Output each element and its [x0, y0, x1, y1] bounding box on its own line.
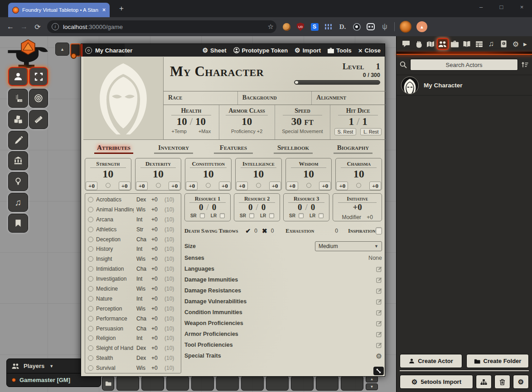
tab-scenes[interactable]: [425, 38, 436, 50]
tab-journal[interactable]: [461, 38, 473, 50]
folder-tree-button[interactable]: [476, 375, 492, 389]
ublock-extension-icon[interactable]: U0: [296, 22, 305, 31]
profile-avatar[interactable]: [400, 21, 411, 33]
edit-icon[interactable]: [376, 266, 382, 272]
alignment-field[interactable]: Alignment: [312, 91, 386, 105]
resource-max[interactable]: 0: [311, 202, 315, 212]
skill-row[interactable]: History Int +0 (10): [88, 244, 178, 254]
armor-class-stat[interactable]: Armor Class 10 Proficiency +2: [219, 105, 275, 139]
ability-score[interactable]: 10: [185, 168, 231, 180]
update-chrome-button[interactable]: ▲: [416, 21, 427, 32]
death-save-successes[interactable]: 0: [251, 228, 262, 234]
skill-proficiency-radio[interactable]: [88, 276, 93, 282]
skill-row[interactable]: Insight Wis +0 (10): [88, 254, 178, 264]
macro-slot[interactable]: [116, 376, 139, 391]
skill-proficiency-radio[interactable]: [88, 237, 93, 242]
speed-stat[interactable]: Speed 30 ft Special Movement: [275, 105, 331, 139]
edit-icon[interactable]: [376, 277, 382, 283]
edit-icon[interactable]: [376, 310, 382, 316]
cookie-extension-icon[interactable]: [282, 22, 291, 31]
initiative-block[interactable]: Initiative +0 Modifier+0: [333, 193, 382, 221]
macro-slot[interactable]: [166, 376, 189, 391]
measure-controls-button[interactable]: [8, 89, 28, 108]
skill-row[interactable]: Performance Cha +0 (10): [88, 314, 178, 324]
skill-name[interactable]: History: [96, 246, 134, 252]
notes-controls-button[interactable]: [8, 214, 28, 233]
skill-proficiency-radio[interactable]: [88, 256, 93, 262]
skill-name[interactable]: Animal Handling: [96, 206, 134, 213]
window-minimize-button[interactable]: –: [471, 0, 491, 15]
tab-compendium[interactable]: [498, 38, 509, 50]
resource-label[interactable]: Resource 2: [239, 196, 275, 203]
resource-block[interactable]: Resource 2 0/0 SR LR: [234, 193, 280, 221]
race-field[interactable]: Race: [164, 91, 238, 105]
edit-icon[interactable]: [376, 320, 382, 326]
window-resize-handle[interactable]: [373, 367, 384, 375]
skill-name[interactable]: Athletics: [96, 226, 134, 233]
ability-block[interactable]: Strength 10 +0 +0: [85, 158, 131, 191]
macro-slot[interactable]: [316, 376, 339, 391]
ability-save[interactable]: +0: [236, 182, 248, 190]
background-field[interactable]: Background: [238, 91, 312, 105]
skill-name[interactable]: Perception: [96, 306, 134, 312]
skill-proficiency-radio[interactable]: [88, 246, 93, 252]
sr-checkbox[interactable]: [299, 213, 304, 218]
senses-value[interactable]: None: [368, 255, 382, 261]
ability-block[interactable]: Charisma 10 +0 +0: [335, 158, 382, 191]
edit-icon[interactable]: [376, 342, 382, 348]
skill-name[interactable]: Survival: [96, 365, 134, 371]
save-proficiency-radio[interactable]: [256, 183, 261, 188]
macro-folder-button[interactable]: [102, 376, 114, 391]
actor-directory-item[interactable]: My Character: [397, 75, 532, 96]
skill-proficiency-radio[interactable]: [88, 316, 93, 321]
long-rest-button[interactable]: L. Rest: [360, 128, 382, 135]
edit-icon[interactable]: [376, 331, 382, 337]
failure-cross-icon[interactable]: ✖: [262, 227, 267, 234]
tab-spellbook[interactable]: Spellbook: [263, 143, 323, 154]
character-portrait[interactable]: [83, 57, 164, 140]
skill-proficiency-radio[interactable]: [88, 207, 93, 212]
skill-name[interactable]: Religion: [96, 335, 134, 341]
tools-button[interactable]: Tools: [328, 47, 352, 54]
save-proficiency-radio[interactable]: [306, 183, 311, 188]
resource-block[interactable]: Resource 3 0/0 SR LR: [283, 193, 329, 221]
short-rest-button[interactable]: S. Rest: [334, 128, 356, 135]
skill-row[interactable]: Animal Handling Wis +0 (10): [88, 205, 178, 215]
ability-save[interactable]: +0: [286, 182, 298, 190]
skill-name[interactable]: Deception: [96, 236, 134, 243]
ability-block[interactable]: Intelligence 10 +0 +0: [235, 158, 282, 191]
skill-row[interactable]: Investigation Int +0 (10): [88, 274, 178, 284]
skill-row[interactable]: Intimidation Cha +0 (10): [88, 264, 178, 274]
drawing-tools-button[interactable]: [8, 131, 28, 150]
tab-rollable-tables[interactable]: [473, 38, 485, 50]
skill-row[interactable]: Acrobatics Dex +0 (10): [88, 195, 178, 205]
lighting-controls-button[interactable]: [8, 172, 28, 191]
skill-row[interactable]: Persuasion Cha +0 (10): [88, 324, 178, 334]
ruler-tool-button[interactable]: [29, 110, 48, 129]
select-tool-button[interactable]: [29, 67, 48, 86]
ability-score[interactable]: 10: [85, 168, 131, 180]
ability-score[interactable]: 10: [135, 168, 181, 180]
lr-checkbox[interactable]: [269, 213, 274, 218]
skill-proficiency-radio[interactable]: [88, 326, 93, 331]
window-close-button[interactable]: ×: [512, 0, 532, 15]
macro-slot[interactable]: [241, 376, 264, 391]
ability-save[interactable]: +0: [336, 182, 348, 190]
sidebar-expand-button[interactable]: ▶: [522, 38, 528, 50]
browser-tab[interactable]: Foundry Virtual Tabletop • A Stan ×: [8, 3, 110, 17]
grid-extension-icon[interactable]: [324, 22, 333, 31]
skill-proficiency-radio[interactable]: [88, 345, 93, 351]
skill-name[interactable]: Insight: [96, 256, 134, 262]
lr-checkbox[interactable]: [220, 213, 225, 218]
skill-proficiency-radio[interactable]: [88, 286, 93, 292]
tab-close-icon[interactable]: ×: [102, 7, 106, 13]
skill-proficiency-radio[interactable]: [88, 217, 93, 222]
tab-attributes[interactable]: Attributes: [84, 143, 144, 154]
ability-score[interactable]: 10: [286, 168, 332, 180]
tuning-fork-extension-icon[interactable]: ψ: [380, 22, 389, 31]
tab-features[interactable]: Features: [203, 143, 263, 154]
configure-button[interactable]: ⚙: [513, 375, 529, 389]
robot-extension-icon[interactable]: [366, 22, 375, 31]
macro-slot[interactable]: [266, 376, 289, 391]
ability-block[interactable]: Wisdom 10 +0 +0: [285, 158, 332, 191]
